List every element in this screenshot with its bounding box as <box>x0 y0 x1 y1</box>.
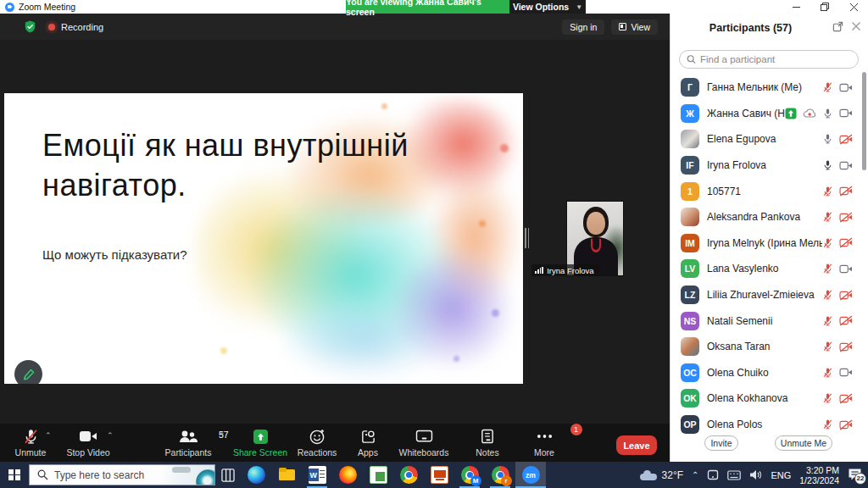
tray-device-icon[interactable] <box>707 469 719 480</box>
avatar: OK <box>681 389 699 408</box>
participants-options-chevron[interactable]: ⌃ <box>219 431 225 440</box>
time-label: 3:20 PM <box>799 465 839 475</box>
task-view-button[interactable] <box>215 462 241 488</box>
tray-overflow-chevron[interactable]: ⌃ <box>692 470 698 480</box>
participant-row[interactable]: NSNatali Semenii <box>670 308 864 334</box>
weather-widget[interactable]: 32°F <box>640 469 683 481</box>
participant-row[interactable]: OPOlena Polos <box>670 412 864 434</box>
clock-widget[interactable]: 3:20 PM 1/23/2024 <box>799 465 839 485</box>
participant-row[interactable]: 1105771 <box>670 178 864 204</box>
participant-row[interactable]: LVLana Vasylenko <box>670 256 864 282</box>
avatar <box>681 208 699 226</box>
participant-name: Aleksandra Pankova <box>707 211 822 223</box>
participant-row[interactable]: Oksana Taran <box>670 334 864 360</box>
participants-panel: Participants (57) ГГанна Мельник (Me)ЖЖа… <box>670 14 868 462</box>
participant-row[interactable]: ГГанна Мельник (Me) <box>670 75 864 101</box>
unmute-button[interactable]: Unmute <box>0 427 61 458</box>
chrome-profile-m-icon: M <box>461 466 479 484</box>
unmute-me-button[interactable]: Unmute Me <box>775 435 832 451</box>
close-button[interactable] <box>839 0 868 14</box>
panel-scrollbar[interactable] <box>862 72 866 436</box>
taskbar-calc[interactable] <box>363 462 393 488</box>
find-participant-search[interactable] <box>679 50 859 69</box>
participant-status-icons <box>822 419 864 430</box>
notes-button[interactable]: Notes <box>457 427 518 458</box>
taskbar-word[interactable] <box>302 462 332 488</box>
sign-in-button[interactable]: Sign in <box>562 19 604 35</box>
camera-off-icon <box>839 315 853 326</box>
participant-name: Oksana Taran <box>707 341 822 352</box>
start-button[interactable] <box>0 462 29 488</box>
participant-status-icons <box>822 159 864 171</box>
panel-resize-handle[interactable] <box>525 228 529 248</box>
participant-status-icons <box>822 211 864 223</box>
mic-muted-icon <box>822 392 833 404</box>
taskbar-chrome[interactable] <box>393 462 424 488</box>
participant-row[interactable]: OCOlena Chuiko <box>670 360 864 386</box>
participant-name: Olena Chuiko <box>707 367 822 379</box>
participant-row[interactable]: LZLiliia Zhuravel-Zmieieva <box>670 282 864 308</box>
view-options-button[interactable]: View Options ▼ <box>509 0 586 14</box>
invite-button[interactable]: Invite <box>704 435 738 451</box>
camera-on-icon <box>839 160 853 171</box>
encryption-shield-icon[interactable] <box>23 19 37 34</box>
zoom-app-icon <box>5 3 14 12</box>
presentation-slide: Емоції як наш внутрішній навігатор. Що м… <box>4 93 523 384</box>
taskbar-zoom[interactable]: zm <box>515 462 546 488</box>
taskbar-impress[interactable] <box>424 462 454 488</box>
participant-name: Iryna Melnyk (Ірина Мельник) <box>707 237 822 249</box>
search-input[interactable] <box>700 54 851 64</box>
speaker-face <box>587 212 605 235</box>
participant-row[interactable]: ЖЖанна Савич (Host) <box>670 101 864 127</box>
participants-panel-title: Participants (57) <box>670 22 831 34</box>
apps-icon <box>360 427 376 446</box>
search-icon <box>687 54 696 64</box>
notification-count-badge: 22 <box>854 473 866 485</box>
participant-row[interactable]: IMIryna Melnyk (Ірина Мельник) <box>670 230 864 257</box>
mic-muted-icon <box>822 367 833 379</box>
window-title: Zoom Meeting <box>19 2 75 12</box>
apps-button[interactable]: Apps <box>337 427 398 458</box>
tray-keyboard-icon[interactable] <box>727 470 741 480</box>
leave-button[interactable]: Leave <box>616 435 657 455</box>
camera-on-icon <box>839 367 853 378</box>
restore-button[interactable] <box>810 0 839 14</box>
share-screen-button[interactable]: Share Screen <box>230 427 291 458</box>
mic-muted-icon <box>822 211 833 223</box>
search-daily-image <box>162 465 214 485</box>
taskbar-search-box[interactable]: Type here to search <box>29 464 215 485</box>
participant-name: Iryna Frolova <box>707 159 822 171</box>
mic-muted-icon <box>822 341 833 352</box>
participant-row[interactable]: Elena Egupova <box>670 126 864 152</box>
participant-row[interactable]: Aleksandra Pankova <box>670 204 864 230</box>
taskbar-search-placeholder: Type here to search <box>54 469 144 481</box>
temperature-label: 32°F <box>662 469 683 481</box>
taskbar-chrome-profile-r[interactable]: r <box>485 462 515 488</box>
annotate-button[interactable] <box>14 360 42 384</box>
taskbar-edge[interactable] <box>241 462 271 488</box>
view-layout-button[interactable]: View <box>611 19 658 35</box>
avatar: Г <box>681 78 699 97</box>
taskbar-file-explorer[interactable] <box>271 462 302 488</box>
popout-panel-icon[interactable] <box>832 21 843 32</box>
taskbar-firefox[interactable] <box>332 462 363 488</box>
audio-options-chevron[interactable]: ⌃ <box>45 431 52 440</box>
more-button[interactable]: 1 More <box>514 427 575 458</box>
avatar: LZ <box>681 286 699 304</box>
minimize-button[interactable] <box>782 0 810 14</box>
chrome-profile-r-icon: r <box>492 466 509 484</box>
speaker-name-label: Iryna Frolova <box>531 264 599 276</box>
tray-speaker-icon[interactable] <box>749 469 762 480</box>
participant-status-icons <box>822 133 864 145</box>
participant-row[interactable]: OKOlena Kokhanova <box>670 385 864 412</box>
mic-muted-icon <box>23 427 39 446</box>
action-center-button[interactable]: 22 <box>848 468 865 483</box>
taskbar-chrome-profile-m[interactable]: M <box>454 462 485 488</box>
close-panel-icon[interactable] <box>851 21 861 32</box>
language-indicator[interactable]: ENG <box>771 470 791 480</box>
participants-button[interactable]: 57 Participants <box>158 427 219 458</box>
whiteboards-button[interactable]: Whiteboards <box>393 427 454 458</box>
scrollbar-thumb[interactable] <box>862 72 866 170</box>
participant-row[interactable]: IFIryna Frolova <box>670 152 864 179</box>
video-options-chevron[interactable]: ⌃ <box>107 431 114 440</box>
